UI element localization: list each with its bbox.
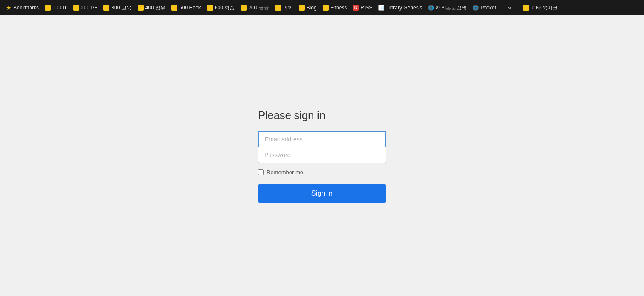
bookmark-riss[interactable]: R RISS (350, 3, 375, 12)
bookmark-label: 600.학습 (215, 4, 235, 12)
bookmark-100it[interactable]: 100.IT (42, 3, 70, 12)
globe-icon: 🌐 (428, 5, 434, 11)
star-icon: ★ (6, 4, 12, 11)
email-input[interactable] (258, 131, 386, 147)
globe-icon: 🌐 (473, 5, 479, 11)
folder-icon (171, 5, 177, 11)
bookmark-label: 200.PE (81, 5, 97, 11)
bookmark-600study[interactable]: 600.학습 (204, 3, 237, 13)
form-group (258, 131, 386, 163)
bookmark-label: 해외논문검색 (436, 4, 467, 12)
bookmark-700finance[interactable]: 700.금융 (238, 3, 271, 13)
bookmark-label: Library Genesis (386, 5, 422, 11)
password-input[interactable] (258, 147, 386, 163)
divider: | (515, 4, 520, 11)
folder-icon (45, 5, 51, 11)
main-content: Please sign in Remember me Sign in (0, 15, 644, 296)
remember-me-label[interactable]: Remember me (266, 169, 303, 176)
bookmark-bookmarks[interactable]: ★ Bookmarks (3, 3, 41, 12)
folder-icon (275, 5, 281, 11)
divider: | (499, 4, 505, 11)
signin-button[interactable]: Sign in (258, 184, 386, 203)
bookmarks-bar: ★ Bookmarks 100.IT 200.PE 300.교육 400.업무 … (0, 0, 644, 15)
signin-container: Please sign in Remember me Sign in (258, 109, 386, 203)
riss-icon: R (353, 5, 359, 11)
bookmark-libgen[interactable]: 📄 Library Genesis (376, 3, 425, 12)
folder-icon (138, 5, 144, 11)
bookmark-label: Fitness (331, 5, 347, 11)
bookmark-label: 100.IT (53, 5, 67, 11)
remember-me-container: Remember me (258, 169, 303, 176)
folder-icon (241, 5, 247, 11)
folder-icon (523, 5, 529, 11)
folder-icon (299, 5, 305, 11)
bookmark-label: Pocket (480, 5, 496, 11)
bookmark-label: 과학 (283, 4, 293, 12)
folder-icon (207, 5, 213, 11)
bookmark-blog[interactable]: Blog (296, 3, 319, 12)
remember-me-checkbox[interactable] (258, 169, 264, 175)
bookmark-500book[interactable]: 500.Book (169, 3, 204, 12)
bookmark-label: Blog (307, 5, 317, 11)
bookmark-fitness[interactable]: Fitness (320, 3, 350, 12)
bookmark-label: 700.금융 (248, 4, 269, 12)
signin-title: Please sign in (258, 109, 325, 122)
bookmark-200pe[interactable]: 200.PE (71, 3, 100, 12)
folder-icon (323, 5, 329, 11)
bookmark-label: 500.Book (179, 5, 201, 11)
other-bookmarks-folder[interactable]: 기타 북마크 (520, 3, 560, 13)
bookmark-label: 300.교육 (111, 4, 131, 12)
bookmarks-label: Bookmarks (13, 5, 39, 11)
bookmark-300edu[interactable]: 300.교육 (101, 3, 134, 13)
folder-icon (103, 5, 109, 11)
bookmark-overseas[interactable]: 🌐 해외논문검색 (425, 3, 469, 13)
doc-icon: 📄 (378, 5, 384, 11)
bookmark-400work[interactable]: 400.업무 (135, 3, 168, 13)
bookmark-label: RISS (360, 5, 372, 11)
other-bookmarks-label: 기타 북마크 (531, 4, 558, 12)
folder-icon (73, 5, 79, 11)
more-bookmarks-button[interactable]: » (505, 3, 514, 12)
bookmark-science[interactable]: 과학 (272, 3, 295, 13)
bookmark-pocket[interactable]: 🌐 Pocket (470, 3, 499, 12)
bookmark-label: 400.업무 (145, 4, 165, 12)
